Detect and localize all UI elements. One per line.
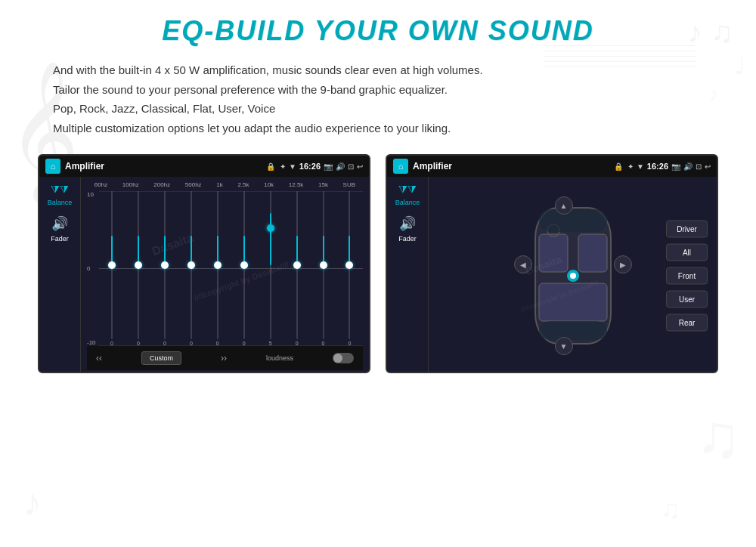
- page-title: EQ-BUILD YOUR OWN SOUND: [30, 15, 726, 47]
- eq-y-axis: 10 0 -10: [87, 191, 96, 346]
- slider-thumb-5: [214, 261, 222, 269]
- svg-rect-2: [578, 234, 607, 272]
- slider-track-9: [323, 191, 324, 339]
- eq-band-6[interactable]: 0: [243, 191, 246, 346]
- balance-down-arrow[interactable]: ▼: [555, 337, 573, 355]
- eq-topbar-title: Amplifier: [65, 161, 262, 172]
- signal-icon: ▼: [289, 162, 296, 171]
- freq-12-5k: 12.5k: [289, 181, 304, 188]
- slider-thumb-7: [267, 224, 274, 232]
- slider-thumb-3: [161, 261, 169, 269]
- desc-line2: Tailor the sound to your personal prefer…: [53, 80, 726, 100]
- desc-line4: Multiple customization options let you a…: [53, 119, 726, 138]
- bf-home-icon[interactable]: ⌂: [393, 159, 408, 174]
- bf-body: ⧩⧩ Balance 🔊 Fader: [387, 177, 717, 373]
- eq-band-7[interactable]: 5: [269, 191, 272, 346]
- eq-band-5[interactable]: 0: [216, 191, 219, 346]
- slider-val-2: 0: [137, 341, 140, 346]
- slider-val-9: 0: [322, 341, 325, 346]
- user-button[interactable]: User: [666, 291, 708, 308]
- eq-sidebar: ⧩⧩ Balance 🔊 Fader: [39, 177, 81, 373]
- description-block: And with the built-in 4 x 50 W amplifica…: [53, 60, 726, 138]
- loudness-label: loudness: [266, 354, 293, 362]
- volume-icon[interactable]: 🔊: [51, 215, 68, 232]
- svg-point-8: [570, 273, 576, 279]
- loudness-toggle[interactable]: [333, 353, 354, 363]
- eq-body: ⧩⧩ Balance 🔊 Fader 60hz 100hz 200hz 500h…: [39, 177, 369, 373]
- y-label-neg10: -10: [87, 339, 96, 346]
- slider-val-10: 0: [349, 341, 352, 346]
- bf-lock-icon: 🔒: [614, 162, 623, 171]
- eq-topbar: ⌂ Amplifier 🔒 ✦ ▼ 16:26 📷 🔊 ⊡ ↩: [39, 156, 369, 177]
- slider-track-3: [164, 191, 166, 339]
- eq-freq-labels: 60hz 100hz 200hz 500hz 1k 2.5k 10k 12.5k…: [87, 181, 363, 188]
- balance-left-arrow[interactable]: ◀: [514, 255, 532, 274]
- lock-icon: 🔒: [266, 162, 275, 171]
- eq-band-1[interactable]: 0: [110, 191, 113, 346]
- svg-rect-5: [539, 209, 607, 232]
- slider-track-4: [191, 191, 192, 339]
- music-note-deco3: ♫: [696, 402, 741, 471]
- bf-fader-label[interactable]: Fader: [398, 235, 417, 243]
- slider-thumb-4: [187, 261, 195, 269]
- eq-band-8[interactable]: 0: [296, 191, 299, 346]
- svg-rect-3: [539, 283, 607, 321]
- freq-15k: 15k: [318, 181, 328, 188]
- screens-container: ⌂ Amplifier 🔒 ✦ ▼ 16:26 📷 🔊 ⊡ ↩ ⧩⧩: [30, 154, 726, 373]
- slider-thumb-10: [345, 261, 353, 269]
- balance-label[interactable]: Balance: [48, 199, 73, 206]
- slider-track-2: [138, 191, 139, 339]
- music-note-deco5: ♫: [661, 494, 680, 524]
- eq-band-4[interactable]: 0: [190, 191, 193, 346]
- eq-band-3[interactable]: 0: [163, 191, 166, 346]
- bf-signal-icon: ▼: [637, 162, 644, 171]
- freq-2-5k: 2.5k: [237, 181, 249, 188]
- next-preset-arrow[interactable]: ››: [221, 353, 227, 363]
- slider-thumb-8: [293, 261, 301, 269]
- eq-chart: 10 0 -10: [87, 191, 363, 346]
- preset-button[interactable]: Custom: [141, 351, 181, 365]
- eq-band-10[interactable]: 0: [349, 191, 352, 346]
- freq-200hz: 200hz: [153, 181, 170, 188]
- balance-fader-screen: ⌂ Amplifier 🔒 ✦ ▼ 16:26 📷 🔊 ⊡ ↩ ⧩⧩: [386, 154, 718, 373]
- eq-band-2[interactable]: 0: [137, 191, 140, 346]
- eq-band-9[interactable]: 0: [322, 191, 325, 346]
- all-button[interactable]: All: [666, 244, 708, 261]
- eq-screen: ⌂ Amplifier 🔒 ✦ ▼ 16:26 📷 🔊 ⊡ ↩ ⧩⧩: [38, 154, 370, 373]
- bf-topbar-time: 16:26: [647, 162, 668, 171]
- freq-10k: 10k: [264, 181, 274, 188]
- slider-track-10: [349, 191, 350, 339]
- bf-back-icon[interactable]: ↩: [705, 162, 711, 171]
- y-label-0: 0: [87, 265, 96, 272]
- music-note-deco4: ♪: [23, 481, 42, 524]
- camera-icon: 📷: [324, 162, 333, 171]
- car-top-view-container: ▲ ▼ ◀ ▶ Dasaita ////copyright by Dasaita…: [513, 193, 634, 359]
- slider-val-4: 0: [190, 341, 193, 346]
- bf-balance-label[interactable]: Balance: [395, 199, 420, 206]
- bf-topbar-status-icons: ✦ ▼ 16:26 📷 🔊 ⊡ ↩: [627, 162, 711, 171]
- rear-button[interactable]: Rear: [666, 314, 708, 332]
- slider-track-8: [296, 191, 298, 339]
- topbar-status-icons: ✦ ▼ 16:26 📷 🔊 ⊡ ↩: [280, 162, 363, 171]
- bf-bt-icon: ✦: [627, 162, 634, 171]
- slider-thumb-9: [320, 261, 327, 269]
- driver-button[interactable]: Driver: [666, 221, 708, 238]
- balance-right-arrow[interactable]: ▶: [614, 255, 632, 274]
- bf-camera-icon: 📷: [671, 162, 680, 171]
- bf-sliders-icon[interactable]: ⧩⧩: [398, 183, 417, 196]
- back-icon[interactable]: ↩: [357, 162, 363, 171]
- home-icon[interactable]: ⌂: [45, 159, 60, 174]
- svg-rect-1: [539, 234, 568, 272]
- prev-preset-arrow[interactable]: ‹‹: [96, 353, 102, 363]
- front-button[interactable]: Front: [666, 267, 708, 285]
- bf-vol-icon[interactable]: 🔊: [399, 215, 416, 232]
- balance-up-arrow[interactable]: ▲: [555, 196, 573, 215]
- slider-track-5: [217, 191, 218, 339]
- desc-line3: Pop, Rock, Jazz, Classical, Flat, User, …: [53, 99, 726, 119]
- bf-control-buttons: Driver All Front User Rear: [666, 221, 708, 332]
- fader-label[interactable]: Fader: [51, 235, 69, 243]
- freq-100hz: 100hz: [122, 181, 139, 188]
- bt-icon: ✦: [280, 162, 286, 171]
- freq-500hz: 500hz: [185, 181, 202, 188]
- eq-sliders-icon[interactable]: ⧩⧩: [51, 183, 69, 196]
